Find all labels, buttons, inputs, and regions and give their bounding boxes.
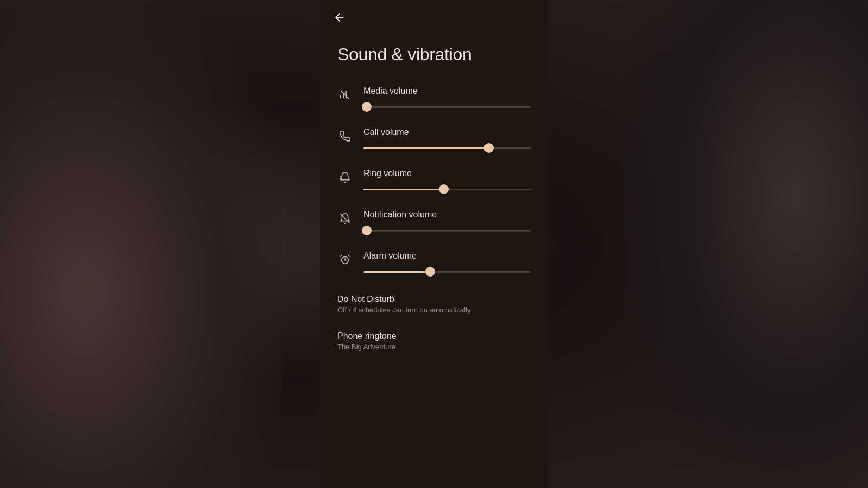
- notification-slider-track: [363, 230, 531, 232]
- ring-icon: [337, 170, 353, 185]
- call-volume-slider[interactable]: [363, 143, 531, 153]
- media-volume-slider[interactable]: [363, 101, 531, 112]
- media-volume-item[interactable]: Media volume: [320, 80, 548, 121]
- media-slider-track: [363, 106, 531, 108]
- call-volume-item[interactable]: Call volume: [320, 121, 548, 162]
- phone-ringtone-item[interactable]: Phone ringtone The Big Adventure: [320, 323, 548, 359]
- background-right: [624, 0, 868, 488]
- settings-list: Media volume Call volume: [320, 80, 548, 488]
- call-volume-content: Call volume: [363, 127, 531, 153]
- ringtone-subtitle: The Big Adventure: [337, 343, 531, 351]
- dnd-subtitle: Off / 4 schedules can turn on automatica…: [337, 306, 531, 314]
- phone-icon: [337, 129, 353, 144]
- alarm-volume-label: Alarm volume: [363, 251, 531, 261]
- notification-volume-item[interactable]: Notification volume: [320, 203, 548, 245]
- svg-line-4: [340, 176, 341, 177]
- do-not-disturb-item[interactable]: Do Not Disturb Off / 4 schedules can tur…: [320, 286, 548, 323]
- ring-volume-content: Ring volume: [363, 169, 531, 195]
- back-button[interactable]: [320, 0, 359, 31]
- notification-icon: [337, 211, 353, 226]
- background-left: [0, 0, 282, 488]
- alarm-volume-content: Alarm volume: [363, 251, 531, 277]
- ring-volume-label: Ring volume: [363, 169, 531, 178]
- dnd-title: Do Not Disturb: [337, 294, 531, 304]
- ring-volume-item[interactable]: Ring volume: [320, 162, 548, 203]
- notification-slider-thumb[interactable]: [362, 226, 372, 235]
- ring-slider-fill: [363, 189, 444, 190]
- call-slider-fill: [363, 147, 489, 149]
- ring-slider-thumb[interactable]: [439, 184, 449, 194]
- call-volume-label: Call volume: [363, 127, 531, 137]
- ringtone-title: Phone ringtone: [337, 331, 531, 341]
- call-slider-track: [363, 147, 531, 149]
- music-icon: [337, 87, 353, 102]
- alarm-slider-fill: [363, 271, 430, 273]
- media-volume-content: Media volume: [363, 86, 531, 112]
- svg-line-9: [348, 255, 350, 257]
- notification-volume-label: Notification volume: [363, 210, 531, 220]
- alarm-icon: [337, 252, 353, 267]
- alarm-slider-thumb[interactable]: [425, 267, 435, 277]
- ring-volume-slider[interactable]: [363, 184, 531, 195]
- alarm-volume-item[interactable]: Alarm volume: [320, 245, 548, 286]
- call-slider-thumb[interactable]: [484, 143, 494, 153]
- notification-volume-content: Notification volume: [363, 210, 531, 236]
- alarm-slider-track: [363, 271, 531, 273]
- svg-line-8: [340, 255, 342, 257]
- media-slider-thumb[interactable]: [362, 102, 372, 112]
- media-volume-label: Media volume: [363, 86, 531, 96]
- page-title: Sound & vibration: [320, 31, 548, 80]
- back-arrow-icon: [333, 13, 346, 27]
- notification-volume-slider[interactable]: [363, 225, 531, 236]
- ring-slider-track: [363, 189, 531, 190]
- alarm-volume-slider[interactable]: [363, 266, 531, 277]
- phone-panel: Sound & vibration Media volume: [320, 0, 548, 488]
